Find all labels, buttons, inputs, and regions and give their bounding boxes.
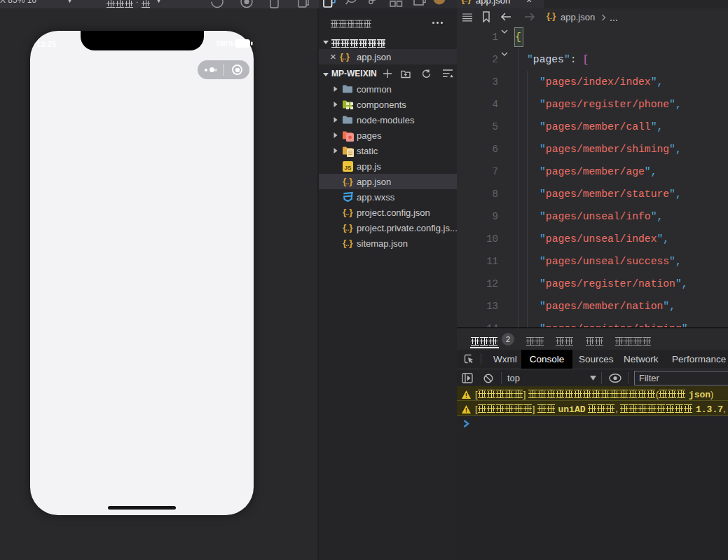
svg-text:JS: JS (345, 165, 352, 171)
